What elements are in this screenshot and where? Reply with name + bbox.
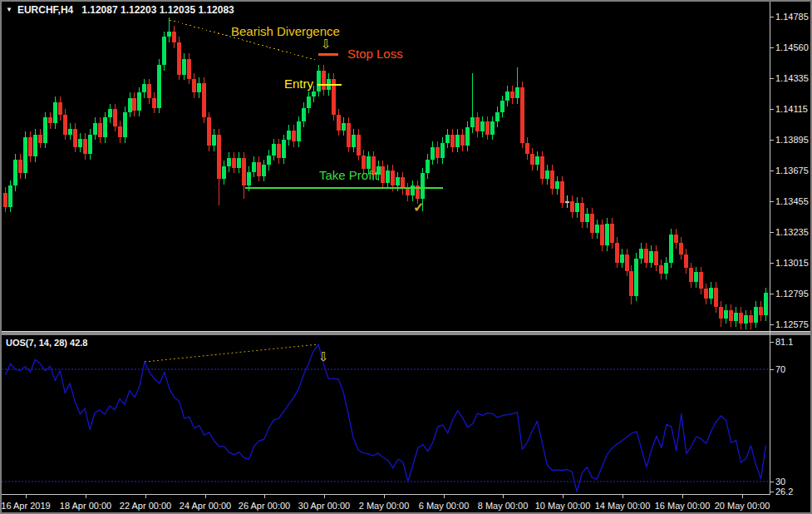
candle-body bbox=[510, 91, 514, 98]
candle-body bbox=[137, 92, 141, 111]
candle-body bbox=[729, 310, 733, 321]
candle-body bbox=[610, 224, 614, 243]
candle-body bbox=[48, 117, 52, 123]
candle-body bbox=[585, 214, 589, 222]
candle-body bbox=[600, 225, 604, 245]
oscillator-axis[interactable]: 81.1703026.2 bbox=[770, 335, 810, 495]
candle-body bbox=[352, 135, 356, 147]
symbol-dropdown-icon[interactable]: ▼ bbox=[6, 6, 12, 13]
candle-body bbox=[744, 315, 748, 324]
ohlc-quote-label: 1.12087 1.12203 1.12035 1.12083 bbox=[81, 4, 234, 16]
time-axis-label: 6 May 00:00 bbox=[419, 501, 470, 511]
candle-body bbox=[545, 171, 549, 179]
price-axis-tick bbox=[770, 232, 774, 233]
time-axis-tick bbox=[384, 495, 385, 498]
candle-body bbox=[659, 265, 663, 274]
candle-body bbox=[615, 243, 619, 263]
candle-body bbox=[480, 121, 485, 131]
candle-body bbox=[157, 65, 161, 108]
candle-body bbox=[118, 126, 122, 137]
candle-body bbox=[162, 37, 166, 65]
price-axis-label: 1.13675 bbox=[775, 166, 809, 175]
candle-body bbox=[43, 117, 47, 143]
candle-body bbox=[217, 135, 221, 179]
candle-body bbox=[197, 83, 201, 92]
candle-body bbox=[282, 140, 286, 158]
candle-body bbox=[595, 225, 599, 233]
price-axis-label: 1.14115 bbox=[775, 104, 808, 114]
candle-body bbox=[664, 263, 668, 274]
chart-title: ▼EURCHF,H41.12087 1.12203 1.12035 1.1208… bbox=[6, 4, 234, 16]
time-axis-label: 26 Apr 00:00 bbox=[239, 501, 290, 511]
time-axis-label: 10 May 00:00 bbox=[535, 501, 591, 511]
time-axis-label: 20 May 00:00 bbox=[715, 501, 770, 511]
price-axis[interactable]: 1.147851.145601.143351.141151.138951.136… bbox=[770, 2, 810, 334]
stop-loss-label[interactable]: Stop Loss bbox=[347, 47, 403, 61]
divergence-oscillator-line[interactable] bbox=[145, 344, 318, 362]
time-axis-label: 16 Apr 2019 bbox=[1, 501, 50, 511]
candle-body bbox=[93, 123, 97, 135]
candle-body bbox=[620, 255, 624, 263]
candle-body bbox=[132, 98, 136, 111]
candle-body bbox=[128, 98, 132, 112]
time-axis-label: 24 Apr 00:00 bbox=[180, 501, 231, 511]
checkmark-icon[interactable]: ✓ bbox=[413, 201, 424, 215]
candle-body bbox=[515, 87, 519, 98]
time-axis-tick bbox=[742, 495, 743, 498]
time-axis-label: 16 May 00:00 bbox=[655, 501, 711, 511]
candle-body bbox=[436, 147, 440, 158]
candle-body bbox=[455, 135, 460, 147]
price-axis-label: 1.14335 bbox=[775, 73, 809, 83]
candle-body bbox=[13, 160, 17, 185]
entry-label[interactable]: Entry bbox=[275, 77, 313, 91]
oscillator-chart-svg[interactable] bbox=[2, 335, 770, 494]
candle-body bbox=[317, 71, 321, 91]
price-axis-label: 1.12795 bbox=[775, 289, 809, 299]
candle-body bbox=[222, 166, 226, 179]
candle-body bbox=[147, 84, 151, 98]
oscillator-axis-tick bbox=[770, 342, 774, 343]
candle-body bbox=[28, 137, 32, 156]
time-axis-tick bbox=[264, 495, 265, 498]
candle-body bbox=[287, 131, 291, 140]
oscillator-axis-label: 30 bbox=[775, 477, 785, 487]
oscillator-axis-label: 81.1 bbox=[775, 337, 793, 347]
candle-body bbox=[78, 139, 82, 147]
candle-body bbox=[739, 313, 743, 324]
candle-body bbox=[73, 129, 77, 147]
oscillator-axis-tick bbox=[770, 369, 774, 370]
price-axis-label: 1.13455 bbox=[775, 196, 809, 206]
down-arrow-icon[interactable]: ⇩ bbox=[318, 350, 329, 363]
candle-body bbox=[495, 112, 500, 121]
candle-body bbox=[440, 143, 445, 158]
candle-body bbox=[396, 177, 400, 185]
time-axis[interactable]: 16 Apr 201918 Apr 00:0022 Apr 00:0024 Ap… bbox=[2, 495, 810, 512]
candle-body bbox=[580, 203, 584, 222]
candle-body bbox=[257, 162, 261, 176]
candle-body bbox=[152, 98, 156, 108]
down-arrow-icon[interactable]: ⇩ bbox=[321, 37, 332, 50]
candle-body bbox=[694, 272, 698, 282]
candle-body bbox=[123, 112, 127, 137]
time-axis-tick bbox=[682, 495, 683, 498]
candle-body bbox=[357, 135, 361, 156]
candle-body bbox=[63, 115, 67, 135]
candle-body bbox=[202, 83, 206, 117]
candle-body bbox=[272, 144, 276, 156]
price-axis-label: 1.13235 bbox=[775, 227, 809, 237]
candle-body bbox=[639, 249, 643, 259]
candle-body bbox=[386, 171, 390, 183]
time-axis-label: 2 May 00:00 bbox=[359, 501, 410, 511]
candle-body bbox=[525, 143, 529, 154]
take-profit-label[interactable]: Take Profit bbox=[319, 168, 378, 182]
candle-body bbox=[53, 102, 57, 123]
candle-body bbox=[605, 224, 609, 245]
price-axis-label: 1.12575 bbox=[775, 319, 809, 329]
candle-body bbox=[227, 158, 231, 166]
candle-body bbox=[237, 158, 241, 168]
price-axis-tick bbox=[770, 263, 774, 264]
mt4-chart-window: ▼EURCHF,H41.12087 1.12203 1.12035 1.1208… bbox=[0, 0, 812, 514]
candle-body bbox=[570, 201, 574, 212]
candle-body bbox=[292, 131, 296, 141]
candle-body bbox=[654, 251, 658, 265]
